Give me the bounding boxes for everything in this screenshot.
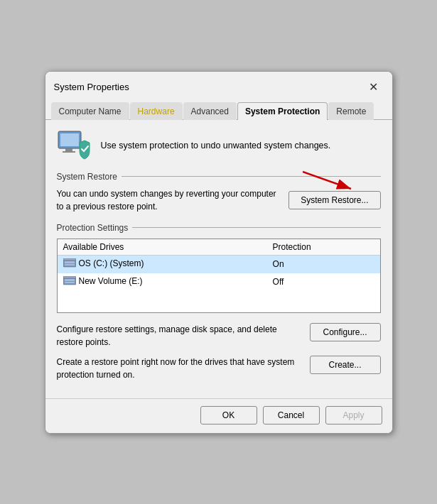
drive-icon-e: New Volume (E:) xyxy=(63,276,143,286)
tab-remote[interactable]: Remote xyxy=(328,102,374,120)
apply-button[interactable]: Apply xyxy=(325,406,382,424)
create-button[interactable]: Create... xyxy=(310,356,381,374)
table-row[interactable]: OS (C:) (System) On xyxy=(58,255,380,273)
dialog-footer: OK Cancel Apply xyxy=(45,398,392,433)
system-restore-description: You can undo system changes by reverting… xyxy=(57,187,282,213)
col-header-protection: Protection xyxy=(267,239,380,256)
tab-hardware[interactable]: Hardware xyxy=(130,102,183,120)
configure-button[interactable]: Configure... xyxy=(310,323,381,341)
drive-protection-e: Off xyxy=(267,273,380,291)
create-description: Create a restore point right now for the… xyxy=(57,356,303,381)
configure-description: Configure restore settings, manage disk … xyxy=(57,323,303,349)
close-button[interactable]: ✕ xyxy=(364,77,384,97)
system-properties-dialog: System Properties ✕ Computer Name Hardwa… xyxy=(45,71,393,434)
shield-computer-icon xyxy=(57,130,92,162)
dialog-title: System Properties xyxy=(54,82,129,92)
configure-row: Configure restore settings, manage disk … xyxy=(57,323,381,349)
drive-protection-c: On xyxy=(267,255,380,273)
tab-advanced[interactable]: Advanced xyxy=(183,102,237,120)
svg-rect-11 xyxy=(65,279,75,281)
hdd-icon xyxy=(63,258,76,268)
svg-rect-9 xyxy=(63,258,76,261)
info-description: Use system protection to undo unwanted s… xyxy=(101,141,331,150)
system-restore-button[interactable]: System Restore... xyxy=(288,191,380,209)
protection-settings-label: Protection Settings xyxy=(57,223,381,233)
system-restore-body: You can undo system changes by reverting… xyxy=(57,187,381,213)
tab-system-protection[interactable]: System Protection xyxy=(237,102,328,120)
svg-rect-12 xyxy=(65,282,75,283)
create-row: Create a restore point right now for the… xyxy=(57,356,381,381)
table-row[interactable]: New Volume (E:) Off xyxy=(58,273,380,291)
svg-rect-7 xyxy=(65,261,75,263)
tab-computer-name[interactable]: Computer Name xyxy=(51,102,129,120)
drive-icon-c: OS (C:) (System) xyxy=(63,258,144,268)
svg-rect-13 xyxy=(63,276,76,278)
drive-name-e: New Volume (E:) xyxy=(58,273,267,291)
title-bar: System Properties ✕ xyxy=(45,72,392,97)
info-row: Use system protection to undo unwanted s… xyxy=(57,130,381,162)
svg-rect-3 xyxy=(63,151,75,153)
drive-name-c: OS (C:) (System) xyxy=(58,255,267,273)
hdd-icon-e xyxy=(63,276,76,286)
cancel-button[interactable]: Cancel xyxy=(263,406,320,424)
svg-rect-2 xyxy=(65,148,72,151)
drives-table: Available Drives Protection xyxy=(57,239,381,313)
protection-settings-section: Protection Settings Available Drives Pro… xyxy=(57,223,381,381)
system-restore-label: System Restore xyxy=(57,172,381,182)
svg-rect-1 xyxy=(60,133,79,146)
tabs-bar: Computer Name Hardware Advanced System P… xyxy=(45,97,392,120)
table-row-empty xyxy=(58,291,380,312)
svg-rect-8 xyxy=(65,264,75,265)
tab-content: Use system protection to undo unwanted s… xyxy=(45,120,392,398)
col-header-drives: Available Drives xyxy=(58,239,267,256)
ok-button[interactable]: OK xyxy=(200,406,257,424)
system-restore-section: System Restore You can undo system chang… xyxy=(57,172,381,213)
